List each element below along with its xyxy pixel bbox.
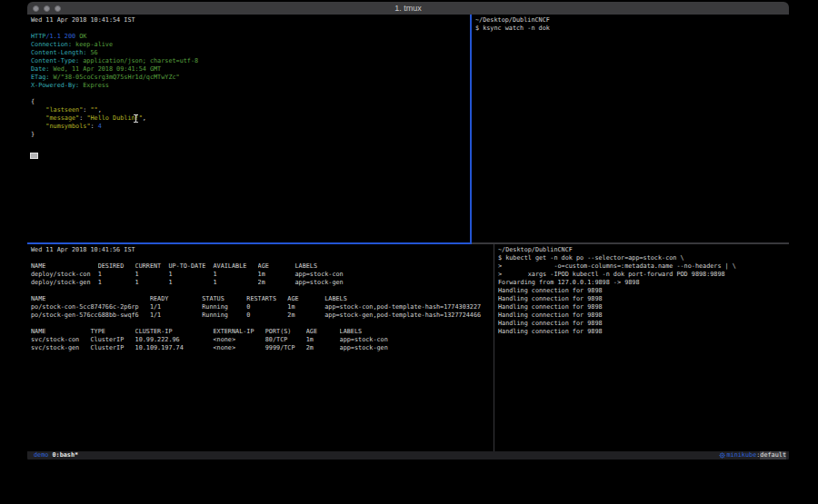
- mouse-ibeam-cursor: [134, 114, 138, 124]
- terminal-window: 1. tmux Wed 11 Apr 2018 10:41:54 IST HTT…: [27, 2, 789, 463]
- blank-line: [31, 90, 470, 98]
- http-status-line: HTTP/1.1 200OK: [31, 33, 470, 41]
- json-close-brace: }: [31, 131, 470, 139]
- status-right: minikube : default: [719, 451, 787, 460]
- pod-row: po/stock-con-5cc874766c-2p6rp1/1Running0…: [31, 303, 494, 311]
- blank-line: [31, 287, 494, 295]
- cwd-line: ~/Desktop/DublinCNCF: [475, 16, 789, 25]
- http-header-line: ETag:W/"38-05coCsrg3mQ75sHr1d/qcMTwYZc": [31, 74, 470, 82]
- service-row: svc/stock-genClusterIP10.109.197.74<none…: [31, 344, 494, 352]
- cwd-line: ~/Desktop/DublinCNCF: [498, 246, 789, 254]
- command-continuation-line: > -o=custom-columns=:metadata.name --no-…: [498, 262, 789, 271]
- timestamp-line: Wed 11 Apr 2018 10:41:56 IST: [31, 246, 494, 254]
- http-header-line: Connection:keep-alive: [31, 41, 470, 49]
- timestamp-line: Wed 11 Apr 2018 10:41:54 IST: [31, 16, 470, 25]
- status-left: demo 0:bash*: [34, 451, 78, 460]
- command-continuation-line: > xargs -IPOD kubectl -n dok port-forwar…: [498, 271, 789, 279]
- blank-line: [31, 320, 494, 328]
- deployments-header-row: NAMEDESIREDCURRENTUP-TO-DATEAVAILABLEAGE…: [31, 262, 494, 271]
- blank-line: [31, 254, 494, 262]
- output-line: Handling connection for 9898: [498, 303, 789, 311]
- kube-context: minikube: [727, 451, 757, 460]
- terminal-cursor: [30, 153, 38, 159]
- output-line: Handling connection for 9898: [498, 311, 789, 320]
- pane-bottom-right[interactable]: ~/Desktop/DublinCNCF $ kubectl get -n do…: [494, 244, 789, 451]
- http-protocol: HTTP: [31, 33, 45, 40]
- output-line: Handling connection for 9898: [498, 320, 789, 328]
- output-line: Forwarding from 127.0.0.1:9898 -> 9898: [498, 279, 789, 287]
- tmux-status-bar: demo 0:bash* minikube : default: [27, 451, 789, 460]
- window-title: 1. tmux: [27, 3, 789, 15]
- http-version-code: /1.1 200: [45, 33, 75, 40]
- command-line: $ kubectl get -n dok po --selector=app=s…: [498, 254, 789, 262]
- pane-bottom-left[interactable]: Wed 11 Apr 2018 10:41:56 IST NAMEDESIRED…: [27, 244, 494, 451]
- output-line: Handling connection for 9898: [498, 295, 789, 303]
- json-field-line: "numsymbols": 4: [31, 123, 470, 131]
- services-header-row: NAMETYPECLUSTER-IPEXTERNAL-IPPORT(S)AGEL…: [31, 328, 494, 336]
- pane-top-left[interactable]: Wed 11 Apr 2018 10:41:54 IST HTTP/1.1 20…: [27, 15, 470, 242]
- blank-line: [31, 25, 470, 33]
- deployment-row: deploy/stock-con11111mapp=stock-con: [31, 271, 494, 279]
- window-titlebar[interactable]: 1. tmux: [27, 2, 789, 15]
- json-open-brace: {: [31, 98, 470, 106]
- window-tab-label[interactable]: 0:bash*: [52, 451, 78, 460]
- kube-namespace: default: [760, 451, 786, 460]
- tmux-terminal: Wed 11 Apr 2018 10:41:54 IST HTTP/1.1 20…: [27, 15, 789, 451]
- http-status-text: OK: [79, 33, 86, 40]
- deployment-row: deploy/stock-gen11112mapp=stock-gen: [31, 279, 494, 287]
- kubernetes-helm-icon: [719, 452, 725, 459]
- json-field-line: "lastseen": "",: [31, 106, 470, 114]
- pod-row: po/stock-gen-576cc688bb-swqf61/1Running0…: [31, 311, 494, 320]
- http-header-line: Content-Length:56: [31, 49, 470, 57]
- command-line: $ ksync watch -n dok: [475, 25, 789, 33]
- http-header-line: Date:Wed, 11 Apr 2018 09:41:54 GMT: [31, 65, 470, 74]
- output-line: Handling connection for 9898: [498, 287, 789, 295]
- pane-top-right[interactable]: ~/Desktop/DublinCNCF $ ksync watch -n do…: [472, 15, 789, 242]
- http-header-line: X-Powered-By:Express: [31, 82, 470, 90]
- pods-header-row: NAMEREADYSTATUSRESTARTSAGELABELS: [31, 295, 494, 303]
- desktop: 1. tmux Wed 11 Apr 2018 10:41:54 IST HTT…: [0, 0, 818, 504]
- json-field-line: "message": "Hello Dublin!",: [31, 114, 470, 123]
- output-line: Handling connection for 9898: [498, 328, 789, 336]
- service-row: svc/stock-conClusterIP10.99.222.96<none>…: [31, 336, 494, 344]
- http-header-line: Content-Type:application/json; charset=u…: [31, 57, 470, 65]
- session-name[interactable]: demo: [34, 451, 48, 460]
